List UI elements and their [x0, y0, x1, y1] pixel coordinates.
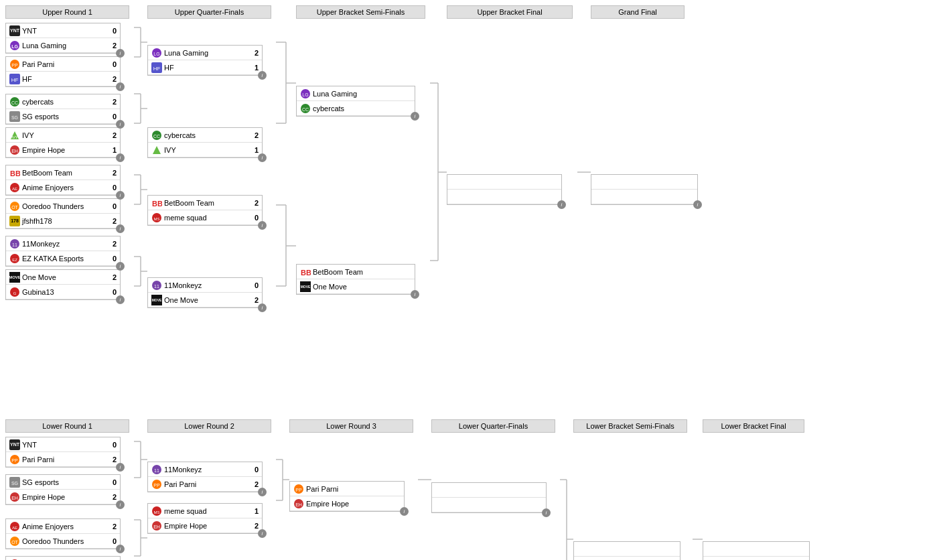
lr2-m1-info[interactable]: i: [258, 488, 267, 496]
svg-text:MS: MS: [154, 510, 160, 514]
lower-qf-header: Lower Quarter-Finals: [431, 419, 555, 433]
lr1-m1-info[interactable]: i: [116, 463, 125, 472]
ur1-m8-t1: MOVE One Move 2: [6, 270, 120, 285]
oor-icon2: OT: [9, 536, 20, 547]
uqf-m1-info[interactable]: i: [258, 71, 267, 80]
ur1-m1-info[interactable]: i: [116, 49, 125, 58]
gf-t2-icon: [595, 192, 605, 202]
svg-text:AE: AE: [12, 187, 17, 191]
uqf-m1-t1: LG Luna Gaming 2: [148, 46, 262, 60]
ur1-m2-t2-score: 2: [107, 75, 117, 83]
ubsf-m2-t2: MOVE One Move: [297, 279, 415, 294]
ur1-match5-box: BB BetBoom Team 2 AE Anime Enjoyers 0 i: [5, 165, 121, 196]
ur1-m5-t1-name: BetBoom Team: [22, 169, 105, 177]
lr1-match4: EZ EZ KATKA Esports 2 G Gubina13 1 i: [5, 556, 134, 560]
uqf-m4-info[interactable]: i: [258, 303, 267, 312]
ur1-m4-t2: EH Empire Hope 1: [6, 143, 120, 157]
lr1-m4-t1: EZ EZ KATKA Esports 2: [6, 557, 120, 560]
uqf-m4-t1-name: 11Monkeyz: [164, 281, 247, 289]
lr2-m2-t1: MS meme squad 1: [148, 504, 262, 518]
onemove-icon3: MOVE: [300, 281, 311, 292]
lr2-m1-t2-score: 2: [249, 480, 259, 488]
uqf-m1-t2-score: 1: [249, 64, 259, 72]
lr2-m2-info[interactable]: i: [258, 529, 267, 538]
ubsf-header: Upper Bracket Semi-Finals: [296, 5, 425, 19]
svg-text:LG: LG: [153, 52, 159, 56]
uqf-m4-t1-score: 0: [249, 281, 259, 289]
lower-qf-col: Lower Quarter-Finals i: [431, 419, 560, 560]
ur1-m5-info[interactable]: i: [116, 191, 125, 200]
lqf-to-lbsf-connectors: [560, 419, 573, 560]
ur1-m3-info[interactable]: i: [116, 120, 125, 129]
ubsf-m2-info[interactable]: i: [411, 290, 419, 299]
lqf-m1-info[interactable]: i: [542, 508, 551, 517]
sg-icon2: SG: [9, 477, 20, 488]
ur1-m2-info[interactable]: i: [116, 82, 125, 91]
ur1-m4-info[interactable]: i: [116, 153, 125, 162]
lr2-m1-t1-score: 0: [249, 466, 259, 474]
ubf-m-t2: [447, 190, 561, 204]
svg-text:LG: LG: [302, 92, 308, 97]
lr2-match1: 11 11Monkeyz 0 PP Pari Parni 2 i: [147, 462, 276, 492]
lbsf-connectors-svg: [693, 419, 703, 560]
uqf-m2-t2: IVY 1: [148, 143, 262, 157]
uqf-match1-box: LG Luna Gaming 2 HF HF 1 i: [147, 45, 263, 76]
lr3-m1-t1-name: Pari Parni: [306, 485, 389, 493]
gf-info[interactable]: i: [693, 200, 702, 209]
ubsf-m1-info[interactable]: i: [411, 112, 419, 121]
lr1-m2-t2-score: 2: [107, 493, 117, 501]
lr1-match1-box: YNT YNT 0 PP Pari Parni 2 i: [5, 437, 121, 468]
svg-text:EH: EH: [153, 524, 160, 529]
ubf-header: Upper Bracket Final: [447, 5, 573, 19]
ubsf-m1-t1: LG Luna Gaming: [297, 86, 415, 101]
svg-text:OT: OT: [11, 205, 18, 210]
anime-icon: AE: [9, 182, 20, 193]
lbsf-to-lbf-connectors: [693, 419, 703, 560]
ur1-m1-t2-name: Luna Gaming: [22, 42, 105, 50]
uqf-m3-info[interactable]: i: [258, 221, 267, 230]
gf-header: Grand Final: [591, 5, 685, 19]
ur1-m7-t2-score: 0: [107, 255, 117, 263]
ur1-match4: IVY IVY 2 EH Empire Hope 1 i: [5, 127, 134, 158]
lr1-m3-info[interactable]: i: [116, 545, 125, 553]
lr2-m1-t2: PP Pari Parni 2: [148, 477, 262, 492]
ubf-info[interactable]: i: [557, 200, 566, 209]
svg-text:CC: CC: [153, 134, 160, 139]
ubf-to-gf-connectors: [577, 5, 591, 273]
lqf-m1-t2: [432, 498, 546, 512]
lr1-to-lr2-connectors: [134, 419, 147, 560]
ubf-connectors-svg: [577, 5, 591, 273]
ur1-m4-t1: IVY IVY 2: [6, 128, 120, 143]
ur1-match2: PP Pari Parni 0 HF HF 2 i: [5, 56, 134, 87]
svg-text:OT: OT: [11, 540, 18, 545]
svg-text:CC: CC: [11, 100, 18, 105]
svg-text:PP: PP: [11, 458, 18, 463]
lower-round3-col: Lower Round 3 PP Pari Parni EH: [289, 419, 418, 560]
ur1-m6-t2-name: jfshfh178: [22, 217, 105, 225]
upper-bracket: Upper Round 1 YNT YNT 0 LG Luna Gaming 2: [5, 5, 926, 407]
lr2-m2-t2-score: 2: [249, 522, 259, 530]
lr3-m1-info[interactable]: i: [400, 507, 409, 516]
ur1-match5: BB BetBoom Team 2 AE Anime Enjoyers 0 i: [5, 165, 134, 196]
svg-text:LG: LG: [11, 44, 18, 49]
ur1-m6-info[interactable]: i: [116, 224, 125, 233]
uqf-m2-info[interactable]: i: [258, 153, 267, 162]
lr2-to-lr3-connectors: [276, 419, 289, 560]
ur1-m6-t2: 178 jfshfh178 2: [6, 214, 120, 228]
lr1-m2-t2-name: Empire Hope: [22, 493, 105, 501]
ur1-m8-info[interactable]: i: [116, 295, 125, 304]
svg-text:11: 11: [154, 468, 159, 473]
pari-icon3: PP: [151, 479, 162, 490]
lr1-m1-t2-name: Pari Parni: [22, 456, 105, 464]
lr1-m2-info[interactable]: i: [116, 500, 125, 509]
svg-text:BB: BB: [10, 169, 20, 178]
onemove-icon2: MOVE: [151, 295, 162, 305]
uqf-m3-t1-name: BetBoom Team: [164, 199, 247, 207]
ur1-m7-info[interactable]: i: [116, 262, 125, 271]
meme-icon2: MS: [151, 506, 162, 516]
ur1-match7: 11 11Monkeyz 2 EZ EZ KATKA Esports 0 i: [5, 236, 134, 267]
lr1-match3-box: AE Anime Enjoyers 2 OT Ooredoo Thunders …: [5, 518, 121, 549]
lr2-m2-t2: EH Empire Hope 2: [148, 518, 262, 533]
ubsf-match1-box: LG Luna Gaming CC cybercats i: [296, 86, 415, 117]
lr2-match2: MS meme squad 1 EH Empire Hope 2 i: [147, 503, 276, 534]
